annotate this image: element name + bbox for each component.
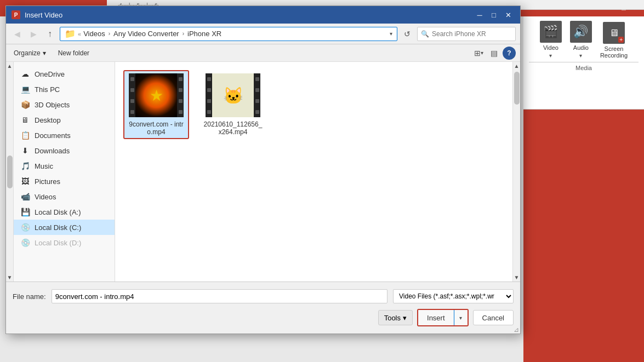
details-pane-btn[interactable]: ▤ (487, 47, 500, 60)
media-group-label: Media (529, 62, 639, 71)
plus-badge: + (618, 37, 624, 43)
sidebar-scroll-down[interactable]: ▼ (7, 274, 13, 280)
sidebar-item-videos[interactable]: 📹 Videos (14, 189, 115, 204)
sidebar-item-onedrive[interactable]: ☁ OneDrive (14, 66, 115, 82)
ribbon-area: ─ □ ✕ 🎬 Video ▾ 🔊 Audio ▾ (523, 0, 644, 110)
sidebar-item-downloads[interactable]: ⬇ Downloads (14, 143, 115, 158)
video-preview-2: 🐱 (212, 73, 254, 117)
file-scroll-thumb[interactable] (514, 72, 520, 105)
audio-ribbon-icon: 🔊 (570, 21, 592, 43)
search-box[interactable]: 🔍 (417, 27, 516, 41)
downloads-icon: ⬇ (20, 146, 30, 156)
path-seg-converter: Any Video Converter (113, 30, 179, 38)
sidebar-label-3dobjects: 3D Objects (35, 101, 70, 109)
organize-btn[interactable]: Organize ▾ (10, 47, 49, 60)
new-folder-btn[interactable]: New folder (55, 47, 93, 60)
sidebar-label-downloads: Downloads (35, 147, 70, 155)
folder-icon: 📁 (65, 28, 76, 39)
screen-recording-ribbon-icon: 🖥 + (603, 22, 625, 44)
sidebar-label-desktop: Desktop (35, 116, 61, 124)
cancel-btn[interactable]: Cancel (473, 310, 514, 325)
view-dropdown-arrow: ▾ (481, 50, 483, 56)
insert-btn[interactable]: Insert (418, 310, 454, 325)
3dobjects-icon: 📦 (20, 100, 30, 110)
film-hole (255, 110, 259, 114)
resize-handle[interactable]: ⊿ (512, 326, 520, 334)
star-decoration: ★ (150, 87, 163, 105)
file-item-1[interactable]: ★ 9convert.com - intro.mp4 (123, 70, 189, 139)
film-hole (255, 99, 259, 103)
video-ribbon-icon: 🎬 (540, 21, 562, 43)
thispc-icon: 💻 (20, 84, 30, 94)
film-hole (130, 99, 134, 103)
film-hole (207, 110, 211, 114)
path-segment-group: 📁 « Videos › Any Video Converter › iPhon… (65, 28, 221, 39)
audio-dropdown-arrow: ▾ (579, 53, 582, 59)
address-bar: ◀ ▶ ↑ 📁 « Videos › Any Video Converter ›… (6, 24, 520, 44)
ribbon-audio-item[interactable]: 🔊 Audio ▾ (570, 21, 592, 59)
ribbon-screen-recording-item[interactable]: 🖥 + Screen Recording (600, 22, 628, 59)
path-dropdown-arrow[interactable]: ▾ (390, 31, 392, 37)
sidebar-scroll-up[interactable]: ▲ (7, 63, 13, 69)
sidebar-item-3dobjects[interactable]: 📦 3D Objects (14, 97, 115, 112)
path-separator-0: « (78, 31, 81, 37)
sidebar-item-thispc[interactable]: 💻 This PC (14, 82, 115, 97)
sidebar-scroll-thumb[interactable] (7, 156, 13, 188)
film-strip-left-1 (129, 73, 135, 117)
refresh-btn[interactable]: ↺ (401, 27, 414, 41)
toolbar: Organize ▾ New folder ⊞ ▾ ▤ ? (6, 44, 520, 62)
file-area-scrollbar[interactable]: ▲ ▼ (512, 62, 520, 281)
dialog-maximize-btn[interactable]: □ (487, 9, 500, 20)
up-dir-btn[interactable]: ↑ (43, 27, 56, 41)
file-thumbnail-2: 🐱 (206, 73, 260, 117)
tools-btn[interactable]: Tools ▾ (378, 310, 413, 325)
dialog-titlebar: P Insert Video ─ □ ✕ (6, 6, 520, 24)
film-strip-right-2 (254, 73, 260, 117)
file-area: ★ 9convert.com - intro.mp4 (115, 62, 520, 281)
buttons-row: Tools ▾ Insert ▾ Cancel (13, 309, 514, 326)
file-scroll-up-btn[interactable]: ▲ (514, 63, 520, 69)
filename-input[interactable] (52, 289, 387, 303)
file-name-2: 20210610_112656_x264.mp4 (203, 120, 263, 136)
film-hole (179, 99, 183, 103)
film-hole (255, 77, 259, 81)
address-path[interactable]: 📁 « Videos › Any Video Converter › iPhon… (60, 27, 397, 41)
insert-dropdown-btn[interactable]: ▾ (454, 310, 468, 325)
videos-icon: 📹 (20, 192, 30, 202)
help-btn[interactable]: ? (503, 47, 516, 60)
sidebar-label-localdisk-d: Local Disk (D:) (35, 239, 81, 247)
video-preview-1: ★ (135, 73, 177, 117)
sidebar-label-localdisk-a: Local Disk (A:) (35, 208, 81, 216)
back-btn[interactable]: ◀ (10, 27, 24, 41)
sidebar-scrollbar[interactable]: ▲ ▼ (6, 62, 14, 281)
sidebar-label-documents: Documents (35, 131, 71, 140)
forward-btn[interactable]: ▶ (27, 27, 40, 41)
sidebar-label-thispc: This PC (35, 85, 60, 94)
filetype-select[interactable]: Video Files (*.asf;*.asx;*.wpl;*.wr (393, 289, 514, 303)
dialog-main: ▲ ▼ ☁ OneDrive 💻 This PC 📦 3D Objects 🖥 … (6, 62, 520, 281)
ribbon-video-item[interactable]: 🎬 Video ▾ (540, 21, 562, 59)
dialog-title: Insert Video (25, 11, 473, 19)
film-hole (255, 88, 259, 92)
chevron-1: › (109, 31, 110, 37)
sidebar-item-localdisk-a[interactable]: 💾 Local Disk (A:) (14, 204, 115, 220)
search-input[interactable] (432, 30, 514, 38)
sidebar-item-pictures[interactable]: 🖼 Pictures (14, 174, 115, 189)
sidebar-item-localdisk-c[interactable]: 💿 Local Disk (C:) (14, 220, 115, 235)
file-item-2[interactable]: 🐱 20210610_112656_x264.mp4 (200, 70, 266, 139)
dialog-bottom: File name: Video Files (*.asf;*.asx;*.wp… (6, 281, 520, 334)
localdisk-c-icon: 💿 (20, 222, 30, 232)
sidebar-item-documents[interactable]: 📋 Documents (14, 128, 115, 143)
sidebar-item-music[interactable]: 🎵 Music (14, 158, 115, 174)
dialog-close-btn[interactable]: ✕ (501, 9, 515, 20)
file-scroll-down-btn[interactable]: ▼ (514, 274, 520, 280)
desktop-icon: 🖥 (20, 115, 30, 125)
sidebar-item-desktop[interactable]: 🖥 Desktop (14, 112, 115, 128)
audio-label: Audio (573, 44, 589, 51)
view-toggle-btn[interactable]: ⊞ ▾ (472, 47, 485, 60)
film-strip-left-2 (206, 73, 212, 117)
film-hole (207, 77, 211, 81)
sidebar-item-localdisk-d[interactable]: 💿 Local Disk (D:) (14, 235, 115, 250)
dialog-minimize-btn[interactable]: ─ (473, 9, 486, 20)
organize-arrow: ▾ (43, 49, 46, 57)
